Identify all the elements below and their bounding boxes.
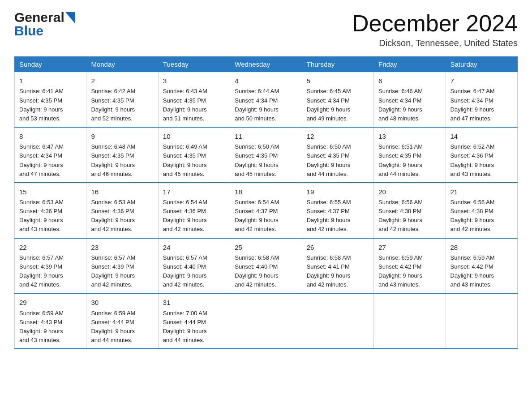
calendar-cell: 3Sunrise: 6:43 AMSunset: 4:35 PMDaylight…: [158, 72, 230, 127]
calendar-cell: 13Sunrise: 6:51 AMSunset: 4:35 PMDayligh…: [374, 127, 446, 183]
logo-blue: Blue: [14, 24, 43, 38]
day-number: 20: [378, 187, 441, 197]
day-number: 26: [307, 242, 369, 253]
calendar-cell: 16Sunrise: 6:53 AMSunset: 4:36 PMDayligh…: [86, 183, 158, 238]
calendar-cell: 27Sunrise: 6:59 AMSunset: 4:42 PMDayligh…: [374, 238, 446, 294]
day-number: 21: [450, 187, 513, 197]
day-number: 14: [450, 131, 513, 141]
col-header-saturday: Saturday: [446, 57, 517, 72]
calendar-cell: 12Sunrise: 6:50 AMSunset: 4:35 PMDayligh…: [302, 127, 373, 183]
day-number: 11: [235, 131, 297, 141]
day-number: 15: [19, 187, 82, 197]
calendar-cell: 6Sunrise: 6:46 AMSunset: 4:34 PMDaylight…: [374, 72, 446, 127]
day-info: Sunrise: 6:59 AMSunset: 4:42 PMDaylight:…: [450, 254, 495, 288]
week-row-1: 1Sunrise: 6:41 AMSunset: 4:35 PMDaylight…: [15, 72, 518, 127]
col-header-sunday: Sunday: [15, 57, 86, 72]
logo-arrow-icon: [65, 12, 75, 24]
day-number: 25: [235, 242, 297, 253]
calendar-header-row: SundayMondayTuesdayWednesdayThursdayFrid…: [15, 57, 518, 72]
col-header-friday: Friday: [374, 57, 446, 72]
day-number: 13: [378, 131, 441, 141]
day-info: Sunrise: 6:57 AMSunset: 4:39 PMDaylight:…: [91, 254, 135, 288]
calendar-cell: 5Sunrise: 6:45 AMSunset: 4:34 PMDaylight…: [302, 72, 373, 127]
calendar-cell: 24Sunrise: 6:57 AMSunset: 4:40 PMDayligh…: [158, 238, 230, 294]
day-info: Sunrise: 6:52 AMSunset: 4:36 PMDaylight:…: [450, 143, 495, 177]
day-info: Sunrise: 6:58 AMSunset: 4:40 PMDaylight:…: [235, 254, 279, 288]
day-info: Sunrise: 6:45 AMSunset: 4:34 PMDaylight:…: [307, 88, 351, 121]
calendar-cell: 19Sunrise: 6:55 AMSunset: 4:37 PMDayligh…: [302, 183, 373, 238]
day-number: 5: [307, 76, 369, 86]
calendar-cell: 8Sunrise: 6:47 AMSunset: 4:34 PMDaylight…: [15, 127, 86, 183]
calendar-cell: 10Sunrise: 6:49 AMSunset: 4:35 PMDayligh…: [158, 127, 230, 183]
day-info: Sunrise: 6:50 AMSunset: 4:35 PMDaylight:…: [307, 143, 351, 177]
title-block: December 2024 Dickson, Tennessee, United…: [352, 11, 518, 48]
calendar-cell: 21Sunrise: 6:56 AMSunset: 4:38 PMDayligh…: [446, 183, 517, 238]
day-number: 23: [91, 242, 153, 253]
day-info: Sunrise: 6:55 AMSunset: 4:37 PMDaylight:…: [307, 199, 351, 232]
day-number: 4: [235, 76, 297, 86]
day-number: 8: [19, 131, 82, 141]
day-number: 27: [378, 242, 441, 253]
logo-general: General: [14, 11, 64, 24]
day-info: Sunrise: 6:56 AMSunset: 4:38 PMDaylight:…: [450, 199, 495, 232]
calendar-table: SundayMondayTuesdayWednesdayThursdayFrid…: [14, 56, 518, 349]
month-title: December 2024: [352, 11, 518, 36]
day-number: 31: [163, 297, 225, 308]
day-number: 1: [19, 76, 82, 86]
day-number: 7: [450, 76, 513, 86]
calendar-cell: [374, 293, 446, 349]
calendar-cell: 14Sunrise: 6:52 AMSunset: 4:36 PMDayligh…: [446, 127, 517, 183]
calendar-cell: 22Sunrise: 6:57 AMSunset: 4:39 PMDayligh…: [15, 238, 86, 294]
day-info: Sunrise: 6:59 AMSunset: 4:43 PMDaylight:…: [19, 310, 64, 343]
week-row-4: 22Sunrise: 6:57 AMSunset: 4:39 PMDayligh…: [15, 238, 518, 294]
svg-marker-0: [65, 12, 75, 24]
day-info: Sunrise: 6:54 AMSunset: 4:36 PMDaylight:…: [163, 199, 207, 232]
day-info: Sunrise: 6:53 AMSunset: 4:36 PMDaylight:…: [19, 199, 64, 232]
calendar-cell: [302, 293, 373, 349]
col-header-wednesday: Wednesday: [230, 57, 302, 72]
calendar-cell: 2Sunrise: 6:42 AMSunset: 4:35 PMDaylight…: [86, 72, 158, 127]
day-info: Sunrise: 6:54 AMSunset: 4:37 PMDaylight:…: [235, 199, 279, 232]
day-number: 16: [91, 187, 153, 197]
day-number: 3: [163, 76, 225, 86]
day-number: 2: [91, 76, 153, 86]
day-number: 29: [19, 297, 82, 308]
day-info: Sunrise: 6:51 AMSunset: 4:35 PMDaylight:…: [378, 143, 423, 177]
day-number: 10: [163, 131, 225, 141]
calendar-cell: 20Sunrise: 6:56 AMSunset: 4:38 PMDayligh…: [374, 183, 446, 238]
day-info: Sunrise: 6:53 AMSunset: 4:36 PMDaylight:…: [91, 199, 135, 232]
day-number: 30: [91, 297, 153, 308]
calendar-cell: 1Sunrise: 6:41 AMSunset: 4:35 PMDaylight…: [15, 72, 86, 127]
calendar-cell: 4Sunrise: 6:44 AMSunset: 4:34 PMDaylight…: [230, 72, 302, 127]
day-info: Sunrise: 6:41 AMSunset: 4:35 PMDaylight:…: [19, 88, 64, 121]
day-number: 24: [163, 242, 225, 253]
day-number: 6: [378, 76, 441, 86]
week-row-5: 29Sunrise: 6:59 AMSunset: 4:43 PMDayligh…: [15, 293, 518, 349]
week-row-3: 15Sunrise: 6:53 AMSunset: 4:36 PMDayligh…: [15, 183, 518, 238]
day-info: Sunrise: 7:00 AMSunset: 4:44 PMDaylight:…: [163, 310, 207, 343]
logo: General Blue: [14, 11, 75, 38]
week-row-2: 8Sunrise: 6:47 AMSunset: 4:34 PMDaylight…: [15, 127, 518, 183]
day-info: Sunrise: 6:59 AMSunset: 4:42 PMDaylight:…: [378, 254, 423, 288]
calendar-cell: 17Sunrise: 6:54 AMSunset: 4:36 PMDayligh…: [158, 183, 230, 238]
day-info: Sunrise: 6:50 AMSunset: 4:35 PMDaylight:…: [235, 143, 279, 177]
calendar-cell: 29Sunrise: 6:59 AMSunset: 4:43 PMDayligh…: [15, 293, 86, 349]
day-info: Sunrise: 6:59 AMSunset: 4:44 PMDaylight:…: [91, 310, 135, 343]
col-header-monday: Monday: [86, 57, 158, 72]
day-number: 17: [163, 187, 225, 197]
calendar-cell: 11Sunrise: 6:50 AMSunset: 4:35 PMDayligh…: [230, 127, 302, 183]
calendar-cell: 25Sunrise: 6:58 AMSunset: 4:40 PMDayligh…: [230, 238, 302, 294]
day-info: Sunrise: 6:46 AMSunset: 4:34 PMDaylight:…: [378, 88, 423, 121]
day-number: 18: [235, 187, 297, 197]
page-header: General Blue December 2024 Dickson, Tenn…: [14, 11, 518, 48]
calendar-cell: [446, 293, 517, 349]
day-info: Sunrise: 6:44 AMSunset: 4:34 PMDaylight:…: [235, 88, 279, 121]
calendar-cell: 23Sunrise: 6:57 AMSunset: 4:39 PMDayligh…: [86, 238, 158, 294]
col-header-thursday: Thursday: [302, 57, 373, 72]
calendar-cell: 26Sunrise: 6:58 AMSunset: 4:41 PMDayligh…: [302, 238, 373, 294]
location-title: Dickson, Tennessee, United States: [352, 38, 518, 48]
day-number: 19: [307, 187, 369, 197]
day-number: 22: [19, 242, 82, 253]
day-info: Sunrise: 6:48 AMSunset: 4:35 PMDaylight:…: [91, 143, 135, 177]
col-header-tuesday: Tuesday: [158, 57, 230, 72]
